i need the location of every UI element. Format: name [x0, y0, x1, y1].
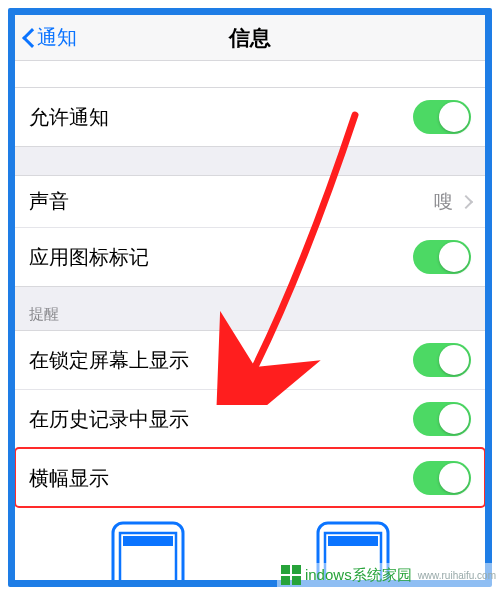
banner-style-options: 临时 持续 [15, 507, 485, 587]
alerts-section-header: 提醒 [15, 287, 485, 330]
page-title: 信息 [15, 24, 485, 52]
group-allow: 允许通知 [15, 87, 485, 147]
chevron-right-icon [459, 194, 473, 208]
row-banners[interactable]: 横幅显示 [15, 448, 485, 507]
allow-notifications-toggle[interactable] [413, 100, 471, 134]
row-lock-screen[interactable]: 在锁定屏幕上显示 [15, 331, 485, 389]
row-sound[interactable]: 声音 嗖 [15, 176, 485, 227]
banner-option-temporary[interactable]: 临时 [111, 521, 185, 587]
lock-screen-toggle[interactable] [413, 343, 471, 377]
row-label: 在历史记录中显示 [29, 406, 189, 433]
row-label: 声音 [29, 188, 69, 215]
back-button[interactable]: 通知 [15, 24, 77, 51]
row-allow-notifications[interactable]: 允许通知 [15, 88, 485, 146]
group-alerts: 在锁定屏幕上显示 在历史记录中显示 横幅显示 [15, 330, 485, 587]
row-badge[interactable]: 应用图标标记 [15, 227, 485, 286]
chevron-left-icon [21, 27, 35, 49]
banner-option-persistent[interactable]: 持续 [316, 521, 390, 587]
row-label: 在锁定屏幕上显示 [29, 347, 189, 374]
back-label: 通知 [37, 24, 77, 51]
badge-toggle[interactable] [413, 240, 471, 274]
screenshot-frame: 通知 信息 允许通知 声音 嗖 应用图标标记 提醒 [8, 8, 492, 587]
row-history[interactable]: 在历史记录中显示 [15, 389, 485, 448]
nav-bar: 通知 信息 [15, 15, 485, 61]
row-label: 应用图标标记 [29, 244, 149, 271]
svg-rect-6 [328, 536, 378, 546]
group-sound: 声音 嗖 应用图标标记 [15, 175, 485, 287]
banners-toggle[interactable] [413, 461, 471, 495]
row-label: 横幅显示 [29, 465, 109, 492]
svg-rect-2 [123, 536, 173, 546]
phone-persistent-icon [316, 521, 390, 587]
settings-content: 允许通知 声音 嗖 应用图标标记 提醒 在锁定屏幕上显示 [15, 87, 485, 587]
history-toggle[interactable] [413, 402, 471, 436]
row-label: 允许通知 [29, 104, 109, 131]
sound-value: 嗖 [434, 189, 471, 215]
phone-temporary-icon [111, 521, 185, 587]
